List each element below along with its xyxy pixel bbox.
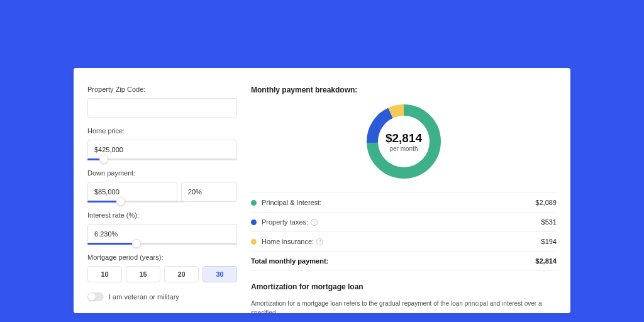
down-payment-slider[interactable]: [87, 201, 185, 203]
zip-field: Property Zip Code:: [87, 86, 237, 118]
slider-fill: [87, 158, 99, 160]
slider-thumb[interactable]: [132, 239, 141, 248]
zip-input[interactable]: [87, 98, 237, 118]
down-payment-input[interactable]: [87, 182, 177, 202]
donut-sub: per month: [389, 145, 418, 152]
amortization-section: Amortization for mortgage loan Amortizat…: [251, 282, 557, 313]
breakdown-title: Monthly payment breakdown:: [251, 86, 557, 94]
dot-icon: [251, 200, 257, 206]
home-price-field: Home price:: [87, 127, 237, 160]
period-label: Mortgage period (years):: [87, 253, 237, 261]
info-icon[interactable]: ?: [311, 219, 318, 226]
legend-label: Property taxes: ?: [262, 218, 541, 226]
slider-fill: [87, 243, 132, 245]
interest-field: Interest rate (%):: [87, 211, 237, 245]
veteran-toggle[interactable]: [87, 292, 104, 301]
form-panel: Property Zip Code: Home price: Down paym…: [87, 86, 237, 306]
period-20-button[interactable]: 20: [164, 266, 199, 282]
veteran-label: I am veteran or military: [109, 293, 179, 301]
home-price-slider[interactable]: [87, 158, 237, 160]
interest-input[interactable]: [87, 224, 237, 244]
legend-row-taxes: Property taxes: ? $531: [251, 213, 557, 232]
period-10-button[interactable]: 10: [87, 266, 122, 282]
down-payment-label: Down payment:: [87, 169, 237, 177]
home-price-label: Home price:: [87, 127, 237, 135]
legend-label-text: Property taxes:: [262, 218, 308, 226]
legend-value: $2,089: [535, 199, 557, 206]
total-value: $2,814: [535, 257, 557, 265]
calculator-card: Property Zip Code: Home price: Down paym…: [74, 68, 570, 313]
interest-slider[interactable]: [87, 243, 237, 245]
legend-value: $194: [541, 238, 557, 245]
legend-row-total: Total monthly payment: $2,814: [251, 252, 557, 271]
info-icon[interactable]: ?: [316, 238, 323, 245]
period-15-button[interactable]: 15: [126, 266, 160, 282]
dot-icon: [251, 219, 257, 225]
slider-thumb[interactable]: [116, 197, 125, 206]
slider-thumb[interactable]: [99, 155, 108, 164]
slider-fill: [87, 201, 116, 203]
down-payment-pct-input[interactable]: [181, 182, 237, 202]
legend-label: Home insurance: ?: [262, 238, 541, 245]
period-30-button[interactable]: 30: [203, 266, 237, 282]
legend: Principal & Interest: $2,089 Property ta…: [251, 192, 557, 271]
amort-title: Amortization for mortgage loan: [251, 282, 557, 291]
results-panel: Monthly payment breakdown: $2,814 per mo…: [251, 86, 557, 306]
total-label: Total monthly payment:: [251, 257, 535, 265]
period-buttons: 10 15 20 30: [87, 266, 237, 282]
legend-label-text: Home insurance:: [262, 238, 314, 245]
donut-amount: $2,814: [386, 131, 422, 145]
toggle-knob: [88, 293, 96, 301]
legend-row-principal: Principal & Interest: $2,089: [251, 193, 557, 213]
down-payment-field: Down payment:: [87, 169, 237, 203]
home-price-input[interactable]: [87, 140, 237, 160]
donut-chart: $2,814 per month: [251, 102, 557, 181]
interest-label: Interest rate (%):: [87, 211, 237, 219]
dot-icon: [251, 239, 257, 245]
veteran-toggle-row: I am veteran or military: [87, 292, 237, 301]
zip-label: Property Zip Code:: [87, 86, 237, 93]
period-field: Mortgage period (years): 10 15 20 30: [87, 253, 237, 282]
legend-row-insurance: Home insurance: ? $194: [251, 232, 557, 252]
legend-label: Principal & Interest:: [262, 199, 535, 206]
legend-value: $531: [541, 218, 557, 226]
amort-text: Amortization for a mortgage loan refers …: [251, 299, 557, 313]
